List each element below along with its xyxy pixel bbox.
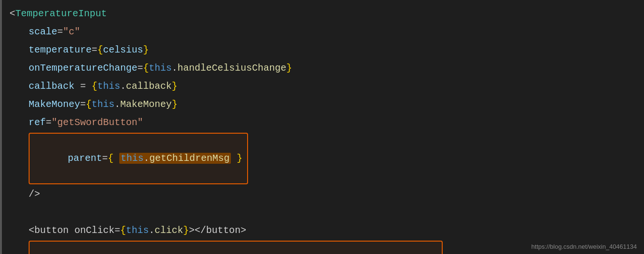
code-line-6: MakeMoney={this.MakeMoney} bbox=[0, 95, 644, 114]
keyword-this-2: this bbox=[97, 78, 120, 95]
keyword-this: this bbox=[149, 60, 172, 76]
highlight-inner-parent: this.getChildrenMsg bbox=[119, 153, 231, 164]
code-editor: <TemperatureInput scale="c" temperature=… bbox=[0, 0, 644, 254]
code-line-9: /> bbox=[0, 185, 644, 203]
method-getchildrenmsg: getChildrenMsg bbox=[149, 153, 229, 164]
method-handlecelsiuschange: handleCelsiusChange bbox=[177, 60, 286, 76]
code-line-8: parent={ this.getChildrenMsg } bbox=[0, 132, 644, 185]
tag-name: TemperatureInput bbox=[15, 6, 107, 22]
code-line-3: temperature={celsius} bbox=[0, 41, 644, 59]
attr-temperature: temperature bbox=[29, 42, 92, 58]
attr-parent: parent bbox=[68, 153, 102, 164]
method-click: click bbox=[155, 222, 183, 239]
watermark: https://blog.csdn.net/weixin_40461134 bbox=[531, 243, 637, 250]
keyword-this-3: this bbox=[92, 96, 114, 113]
tag-open: < bbox=[10, 6, 15, 22]
code-line-4: onTemperatureChange={this.handleCelsiusC… bbox=[0, 59, 644, 77]
code-line-2: scale="c" bbox=[0, 23, 644, 41]
attr-scale: scale bbox=[29, 24, 57, 40]
code-line-10 bbox=[0, 203, 644, 222]
code-line-5: callback = {this.callback} bbox=[0, 77, 644, 95]
attr-callback: callback bbox=[29, 78, 74, 95]
attr-value-scale: "c" bbox=[63, 24, 80, 40]
method-makemoney: MakeMoney bbox=[120, 96, 172, 113]
code-line-11: <button onClick={this.click}></button> bbox=[0, 222, 644, 240]
highlight-box-parent: parent={ this.getChildrenMsg } bbox=[29, 133, 248, 184]
method-callback: callback bbox=[126, 78, 172, 95]
self-close: /> bbox=[29, 186, 40, 202]
code-line-1: <TemperatureInput bbox=[0, 5, 644, 23]
attr-value-celsius: celsius bbox=[103, 42, 143, 58]
attr-makemoney: MakeMoney bbox=[29, 96, 80, 113]
attr-ontemperaturechange: onTemperatureChange bbox=[29, 60, 137, 76]
attr-value-ref: "getSwordButton" bbox=[52, 115, 143, 131]
code-line-7: ref="getSwordButton" bbox=[0, 114, 644, 132]
highlight-box-button: <button onClick={ this.getChildrenMsg }>… bbox=[29, 241, 443, 254]
attr-ref: ref bbox=[29, 115, 46, 131]
tag-button-1: <button onClick= bbox=[29, 222, 120, 239]
